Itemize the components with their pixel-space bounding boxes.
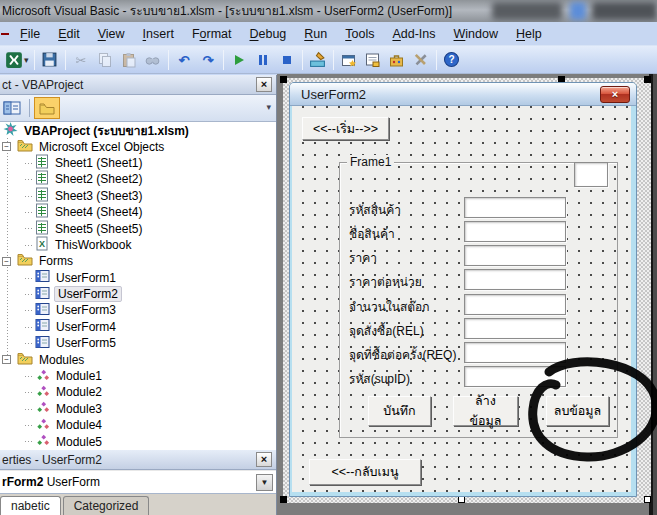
object-selector-text: rForm2 UserForm xyxy=(2,471,100,493)
action-button-2-circled[interactable]: ลบข้อมูล xyxy=(546,396,609,426)
field-textbox-3[interactable] xyxy=(464,269,566,290)
cut-icon[interactable]: ✂ xyxy=(70,49,92,71)
help-icon[interactable]: ? xyxy=(441,49,463,71)
tab-categorized[interactable]: Categorized xyxy=(63,496,150,515)
toolbox-icon[interactable] xyxy=(386,49,408,71)
tree-item-userform2[interactable]: UserForm2 xyxy=(0,286,276,302)
field-textbox-6[interactable] xyxy=(464,342,566,363)
menu-item-file[interactable]: File xyxy=(11,25,49,43)
project-explorer-icon[interactable] xyxy=(338,49,360,71)
object-browser-icon[interactable] xyxy=(410,49,432,71)
find-icon[interactable] xyxy=(142,49,164,71)
tree-item-sheet3[interactable]: Sheet3 (Sheet3) xyxy=(0,188,276,204)
toggle-folders-icon[interactable] xyxy=(34,97,60,119)
resize-handle-bottom-right[interactable] xyxy=(644,496,651,503)
menu-item-view[interactable]: View xyxy=(89,25,134,43)
menu-item-tools[interactable]: Tools xyxy=(336,25,383,43)
design-mode-icon[interactable] xyxy=(307,49,329,71)
tree-item-module2[interactable]: Module2 xyxy=(0,384,276,400)
tree-item-label: Modules xyxy=(37,353,86,367)
action-button-0[interactable]: บันทึก xyxy=(368,396,431,426)
save-icon[interactable] xyxy=(39,49,61,71)
toolbar-separator xyxy=(65,50,66,70)
tree-item-microsoft[interactable]: −Microsoft Excel Objects xyxy=(0,138,276,154)
tree-item-module4[interactable]: Module4 xyxy=(0,417,276,433)
tree-item-modules[interactable]: −Modules xyxy=(0,351,276,367)
tree-item-sheet1[interactable]: Sheet1 (Sheet1) xyxy=(0,155,276,171)
field-textbox-7[interactable] xyxy=(464,366,566,387)
action-button-1[interactable]: ล้างข้อมูล xyxy=(453,396,518,426)
back-to-menu-button[interactable]: <<--กลับเมนู xyxy=(309,459,421,485)
resize-handle-bottom-left[interactable] xyxy=(280,496,287,503)
resize-handle-bottom-mid[interactable] xyxy=(458,496,465,503)
menu-item-run[interactable]: Run xyxy=(295,25,336,43)
properties-panel-close-icon[interactable]: × xyxy=(256,452,272,467)
tree-item-module5[interactable]: Module5 xyxy=(0,433,276,449)
menu-item-format[interactable]: Format xyxy=(183,25,241,43)
resize-handle-top-right[interactable] xyxy=(644,76,651,83)
tab-nabetic[interactable]: nabetic xyxy=(0,496,61,515)
run-icon[interactable] xyxy=(228,49,250,71)
project-panel-close-icon[interactable]: × xyxy=(256,77,272,92)
project-panel-header: ct - VBAProject × xyxy=(0,75,276,95)
object-selector[interactable]: rForm2 UserForm ▼ xyxy=(0,470,276,494)
tree-expander-icon[interactable]: − xyxy=(2,142,11,151)
view-code-icon[interactable] xyxy=(3,100,21,116)
userform-titlebar[interactable]: UserForm2 xyxy=(290,83,636,106)
field-textbox-5[interactable] xyxy=(464,318,566,339)
toolbar-separator xyxy=(302,50,303,70)
paste-icon[interactable] xyxy=(118,49,140,71)
menu-item-debug[interactable]: Debug xyxy=(240,25,295,43)
resize-handle-top-left[interactable] xyxy=(280,76,287,83)
tree-expander-icon[interactable]: − xyxy=(2,257,11,266)
tree-stub-line xyxy=(25,327,34,328)
menu-item-window[interactable]: Window xyxy=(445,25,507,43)
break-icon[interactable] xyxy=(252,49,274,71)
svg-text:X: X xyxy=(39,239,45,249)
tree-item-userform3[interactable]: UserForm3 xyxy=(0,302,276,318)
tree-stub-line xyxy=(25,228,34,229)
tree-item-label: VBAProject (ระบบขาย1.xlsm) xyxy=(22,122,191,140)
redo-icon[interactable]: ↷ xyxy=(197,49,219,71)
copy-icon[interactable] xyxy=(94,49,116,71)
menu-item-help[interactable]: Help xyxy=(507,25,551,43)
start-button[interactable]: <<--เริ่ม-->> xyxy=(302,117,389,140)
tree-item-module3[interactable]: Module3 xyxy=(0,401,276,417)
field-textbox-4[interactable] xyxy=(464,294,566,315)
toolbar-separator xyxy=(29,99,30,117)
field-textbox-2[interactable] xyxy=(464,245,566,266)
userform-body-grid[interactable]: <<--เริ่ม-->> Frame1 รหัสสินค้าชื่อสินค้… xyxy=(292,106,631,492)
userform-close-button[interactable]: × xyxy=(600,86,630,103)
field-textbox-0[interactable] xyxy=(464,197,566,218)
tree-stub-line xyxy=(25,392,34,393)
tree-item-label: UserForm4 xyxy=(54,320,118,334)
object-selector-dropdown-icon[interactable]: ▼ xyxy=(256,474,273,491)
tree-item-module1[interactable]: Module1 xyxy=(0,368,276,384)
tree-item-vbaproject[interactable]: VBAProject (ระบบขาย1.xlsm) xyxy=(0,122,276,138)
tree-item-sheet2[interactable]: Sheet2 (Sheet2) xyxy=(0,171,276,187)
menu-item-insert[interactable]: Insert xyxy=(134,25,183,43)
menu-item-addins[interactable]: Add-Ins xyxy=(383,25,444,43)
undo-icon[interactable]: ↶ xyxy=(173,49,195,71)
tree-item-sheet4[interactable]: Sheet4 (Sheet4) xyxy=(0,204,276,220)
tree-item-thisworkbook[interactable]: XThisWorkbook xyxy=(0,237,276,253)
tree-item-sheet5[interactable]: Sheet5 (Sheet5) xyxy=(0,220,276,236)
small-id-textbox[interactable] xyxy=(574,162,608,187)
menu-item-edit[interactable]: Edit xyxy=(49,25,89,43)
field-textbox-1[interactable] xyxy=(464,221,566,242)
panel-options-caret-icon[interactable]: ▾ xyxy=(266,102,271,112)
frame1-caption: Frame1 xyxy=(347,155,394,169)
tree-stub-line xyxy=(25,425,34,426)
dropdown-caret-icon[interactable]: ▾ xyxy=(24,55,29,65)
tree-item-label: Sheet2 (Sheet2) xyxy=(53,172,144,186)
tree-item-userform1[interactable]: UserForm1 xyxy=(0,270,276,286)
reset-icon[interactable] xyxy=(276,49,298,71)
view-excel-icon[interactable] xyxy=(3,49,25,71)
tree-expander-icon[interactable]: − xyxy=(2,355,11,364)
properties-window-icon[interactable] xyxy=(362,49,384,71)
field-label-4: จำนวนในสต๊อก xyxy=(349,297,430,316)
tree-item-forms[interactable]: −Forms xyxy=(0,253,276,269)
tree-item-userform5[interactable]: UserForm5 xyxy=(0,335,276,351)
tree-item-userform4[interactable]: UserForm4 xyxy=(0,319,276,335)
form-icon xyxy=(35,269,50,286)
